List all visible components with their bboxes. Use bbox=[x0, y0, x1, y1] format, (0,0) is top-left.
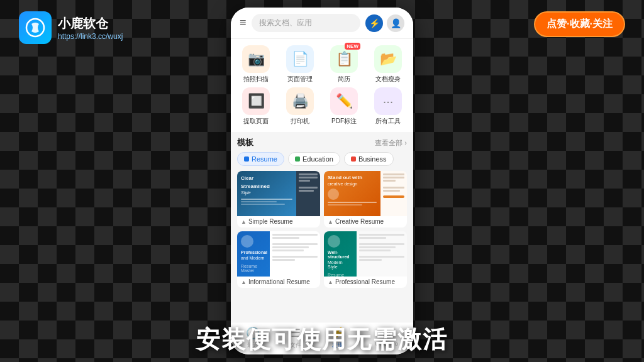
template-simple-name: ▲ Simple Resume bbox=[237, 216, 320, 228]
logo-name: 小鹿软仓 bbox=[58, 15, 123, 32]
tool-all-tools-icon: ··· bbox=[374, 87, 402, 115]
tool-pdf-mark-label: PDF标注 bbox=[331, 117, 357, 126]
tool-extract-label: 提取页面 bbox=[243, 117, 269, 126]
search-placeholder: 搜索文档、应用 bbox=[259, 18, 312, 28]
tab-business-label: Business bbox=[358, 155, 387, 163]
templates-title: 模板 bbox=[237, 137, 253, 148]
search-bar[interactable]: 搜索文档、应用 bbox=[252, 14, 360, 32]
template-creative-name: ▲ Creative Resume bbox=[324, 216, 407, 228]
phone-mockup: ≡ 搜索文档、应用 ⚡ 👤 📷 拍照扫描 📄 页面管理 📋 NEW 简历 📂 bbox=[231, 8, 413, 354]
top-left-logo: 小鹿软仓 https://link3.cc/wuxj bbox=[19, 11, 123, 44]
lightning-button[interactable]: ⚡ bbox=[365, 14, 383, 32]
phone-header: ≡ 搜索文档、应用 ⚡ 👤 bbox=[231, 8, 413, 39]
tool-scan-icon: 📷 bbox=[242, 45, 270, 73]
tool-page-mgr[interactable]: 📄 页面管理 bbox=[280, 45, 320, 84]
view-all-button[interactable]: 查看全部 › bbox=[375, 138, 407, 148]
template-creative-resume[interactable]: Stand out with creative design bbox=[324, 171, 407, 228]
logo-icon bbox=[19, 11, 52, 44]
templates-header: 模板 查看全部 › bbox=[237, 137, 407, 148]
logo-text: 小鹿软仓 https://link3.cc/wuxj bbox=[58, 15, 123, 41]
tool-resume-label: 简历 bbox=[338, 75, 350, 84]
template-professional-resume[interactable]: Well-structured Modern Style Resume Mast… bbox=[324, 231, 407, 288]
header-icons: ⚡ 👤 bbox=[365, 14, 404, 32]
template-informational-name: ▲ Informational Resume bbox=[237, 277, 320, 288]
subtitle: 安装便可使用无需激活 bbox=[0, 324, 644, 356]
tab-business[interactable]: Business bbox=[344, 152, 394, 166]
tool-resume-icon: 📋 NEW bbox=[330, 45, 358, 73]
tool-page-mgr-label: 页面管理 bbox=[287, 75, 313, 84]
tool-extract-icon: 🔲 bbox=[242, 87, 270, 115]
tab-education-label: Education bbox=[303, 155, 333, 163]
tool-doc-body-icon: 📂 bbox=[374, 45, 402, 73]
template-creative-img: Stand out with creative design bbox=[324, 171, 407, 216]
tab-resume-dot bbox=[244, 156, 249, 162]
template-informational-resume[interactable]: Professional and Modern Resume Master bbox=[237, 231, 320, 288]
tab-resume-label: Resume bbox=[252, 155, 277, 163]
user-button[interactable]: 👤 bbox=[387, 14, 404, 32]
tool-page-mgr-icon: 📄 bbox=[286, 45, 314, 73]
new-badge: NEW bbox=[345, 43, 360, 50]
tab-business-dot bbox=[351, 156, 356, 162]
template-informational-img: Professional and Modern Resume Master bbox=[237, 231, 320, 277]
tool-all-tools-label: 所有工具 bbox=[375, 117, 401, 126]
tab-education[interactable]: Education bbox=[288, 152, 340, 166]
logo-url: https://link3.cc/wuxj bbox=[58, 32, 123, 41]
template-grid: Clear Streamlined Style bbox=[237, 171, 407, 288]
tool-printer[interactable]: 🖨️ 打印机 bbox=[280, 87, 320, 126]
tool-extract[interactable]: 🔲 提取页面 bbox=[236, 87, 276, 126]
tool-printer-label: 打印机 bbox=[291, 117, 309, 126]
tool-resume[interactable]: 📋 NEW 简历 bbox=[324, 45, 364, 84]
tab-education-dot bbox=[295, 156, 300, 162]
tab-resume[interactable]: Resume bbox=[237, 152, 284, 166]
tool-doc-body[interactable]: 📂 文档瘦身 bbox=[368, 45, 408, 84]
category-tabs: Resume Education Business bbox=[237, 152, 407, 166]
templates-section: 模板 查看全部 › Resume Education Business bbox=[231, 132, 413, 290]
menu-icon[interactable]: ≡ bbox=[240, 16, 247, 30]
tool-printer-icon: 🖨️ bbox=[286, 87, 314, 115]
template-professional-img: Well-structured Modern Style Resume Mast… bbox=[324, 231, 407, 277]
tool-pdf-mark[interactable]: ✏️ PDF标注 bbox=[324, 87, 364, 126]
tool-scan-label: 拍照扫描 bbox=[243, 75, 269, 84]
tools-grid: 📷 拍照扫描 📄 页面管理 📋 NEW 简历 📂 文档瘦身 🔲 提取页面 🖨️ … bbox=[231, 39, 413, 132]
tool-pdf-mark-icon: ✏️ bbox=[330, 87, 358, 115]
top-right-badge[interactable]: 点赞·收藏·关注 bbox=[534, 11, 625, 37]
template-simple-img: Clear Streamlined Style bbox=[237, 171, 320, 216]
tool-doc-body-label: 文档瘦身 bbox=[375, 75, 401, 84]
tool-all-tools[interactable]: ··· 所有工具 bbox=[368, 87, 408, 126]
tool-scan[interactable]: 📷 拍照扫描 bbox=[236, 45, 276, 84]
template-simple-resume[interactable]: Clear Streamlined Style bbox=[237, 171, 320, 228]
